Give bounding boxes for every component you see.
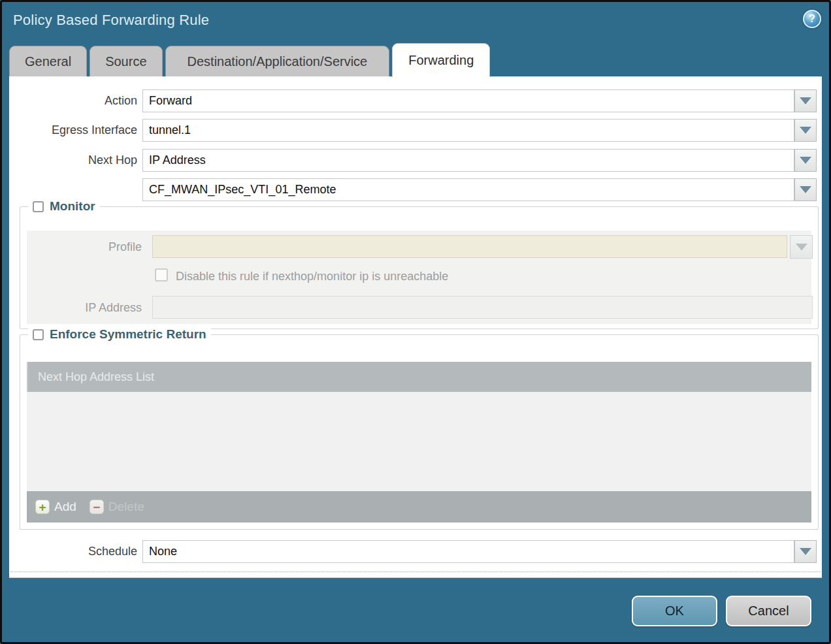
next-hop-address-dropdown-button[interactable]	[794, 178, 817, 201]
monitor-ip-address-field	[152, 296, 813, 319]
next-hop-label: Next Hop	[13, 153, 137, 167]
next-hop-address-list-toolbar: + Add − Delete	[27, 491, 811, 523]
dropdown-arrow-icon	[800, 186, 811, 193]
cancel-button[interactable]: Cancel	[726, 596, 811, 626]
profile-label: Profile	[20, 240, 142, 254]
next-hop-address-list-body[interactable]	[27, 392, 811, 491]
monitor-fieldset: Monitor Profile Disable this rule if nex…	[20, 206, 819, 329]
egress-interface-label: Egress Interface	[13, 123, 137, 137]
action-dropdown-button[interactable]	[794, 89, 817, 112]
egress-interface-value[interactable]: tunnel.1	[142, 119, 794, 142]
egress-interface-combo: tunnel.1	[142, 119, 817, 142]
monitor-ip-address-label: IP Address	[20, 301, 142, 315]
dropdown-arrow-icon	[800, 97, 811, 105]
minus-icon: −	[90, 500, 104, 514]
next-hop-combo: IP Address	[142, 149, 817, 172]
dropdown-arrow-icon	[800, 548, 811, 555]
disable-rule-label: Disable this rule if nexthop/monitor ip …	[176, 270, 448, 283]
next-hop-dropdown-button[interactable]	[794, 149, 817, 172]
forwarding-tab-panel: Action Forward Egress Interface tunnel.1…	[9, 76, 822, 578]
monitor-legend-label: Monitor	[50, 199, 95, 214]
enforce-symmetric-return-legend: Enforce Symmetric Return	[28, 327, 211, 342]
tab-destination-application-service[interactable]: Destination/Application/Service	[165, 46, 390, 76]
dropdown-arrow-icon	[796, 244, 807, 251]
schedule-dropdown-button[interactable]	[794, 540, 817, 563]
monitor-legend: Monitor	[28, 199, 100, 214]
tab-forwarding[interactable]: Forwarding	[392, 43, 490, 77]
help-icon[interactable]: ?	[803, 10, 821, 28]
dropdown-arrow-icon	[800, 157, 811, 164]
plus-icon: +	[35, 500, 50, 514]
delete-button: − Delete	[90, 500, 144, 514]
schedule-label: Schedule	[13, 545, 137, 558]
next-hop-address-table: Next Hop Address List + Add − Delete	[27, 362, 811, 523]
enforce-symmetric-return-fieldset: Enforce Symmetric Return Next Hop Addres…	[20, 334, 819, 530]
enforce-symmetric-return-checkbox[interactable]	[33, 329, 44, 340]
profile-dropdown-button	[790, 235, 813, 259]
next-hop-address-list-header: Next Hop Address List	[27, 362, 811, 392]
add-button[interactable]: + Add	[35, 500, 76, 514]
tab-source[interactable]: Source	[90, 46, 162, 76]
dialog-title: Policy Based Forwarding Rule	[13, 12, 209, 29]
profile-field	[152, 235, 787, 258]
egress-interface-dropdown-button[interactable]	[794, 119, 817, 142]
monitor-checkbox[interactable]	[33, 201, 44, 212]
enforce-symmetric-return-legend-label: Enforce Symmetric Return	[50, 327, 206, 342]
action-combo: Forward	[142, 89, 817, 112]
next-hop-value[interactable]: IP Address	[142, 149, 794, 172]
schedule-value[interactable]: None	[142, 540, 794, 563]
action-label: Action	[13, 94, 137, 108]
tab-general[interactable]: General	[9, 46, 87, 76]
tab-bar: General Source Destination/Application/S…	[9, 43, 490, 76]
action-value[interactable]: Forward	[142, 89, 794, 112]
schedule-combo: None	[142, 540, 817, 563]
next-hop-address-value[interactable]: CF_MWAN_IPsec_VTI_01_Remote	[142, 178, 794, 201]
ok-button[interactable]: OK	[632, 596, 717, 626]
disable-rule-checkbox	[155, 268, 168, 282]
dropdown-arrow-icon	[800, 127, 811, 134]
footer-separator	[10, 572, 821, 572]
next-hop-address-combo: CF_MWAN_IPsec_VTI_01_Remote	[142, 178, 817, 201]
